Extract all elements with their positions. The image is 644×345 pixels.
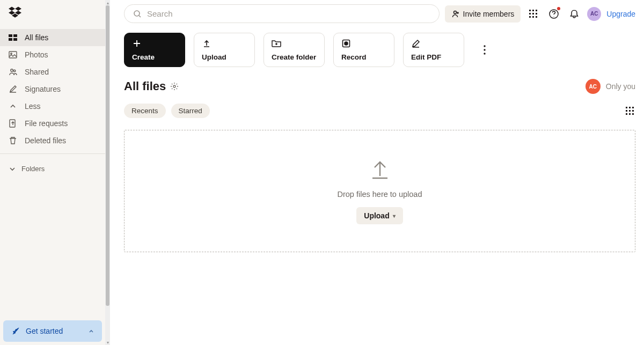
page-title: All files [124,79,179,93]
sidebar-item-file-requests[interactable]: File requests [0,115,105,132]
filter-row: Recents Starred [124,104,635,118]
svg-rect-29 [629,107,631,108]
sidebar-section-folders[interactable]: Folders [0,158,105,176]
divider [0,153,105,154]
sidebar-item-label: All files [25,33,48,42]
chevron-down-icon: ▾ [393,213,396,219]
edit-pdf-button[interactable]: Edit PDF [403,33,464,67]
svg-point-11 [453,11,456,13]
svg-rect-18 [529,16,531,18]
create-folder-button[interactable]: Create folder [264,33,325,67]
chevron-up-icon [9,102,17,111]
signature-icon [9,85,17,93]
grid-view-icon [625,106,635,116]
help-button[interactable] [546,6,561,21]
file-request-icon [9,119,17,128]
sidebar-nav: All files Photos Shared Signatures Less … [0,23,105,149]
tile-label: Upload [202,53,247,61]
owner-avatar[interactable]: AC [586,79,601,94]
record-button[interactable]: Record [333,33,394,67]
upload-dropzone[interactable]: Drop files here to upload Upload ▾ [124,130,635,252]
sidebar-item-shared[interactable]: Shared [0,63,105,80]
notifications-button[interactable] [567,6,582,21]
svg-rect-13 [532,10,534,11]
svg-rect-20 [536,16,537,18]
trash-icon [9,136,17,145]
svg-point-7 [13,70,16,72]
filter-recents[interactable]: Recents [124,104,166,118]
tile-label: Create folder [272,53,317,61]
get-started-label: Get started [26,327,63,335]
rocket-icon [11,327,19,335]
tile-label: Record [341,53,386,61]
search-input-wrapper[interactable] [124,4,440,23]
sidebar-item-label: Shared [25,68,49,76]
svg-point-9 [16,329,17,331]
record-icon [341,39,351,48]
svg-rect-28 [626,107,627,108]
svg-rect-35 [629,113,631,115]
view-toggle-button[interactable] [625,106,635,116]
sidebar-item-less[interactable]: Less [0,98,105,115]
upload-arrow-icon [368,158,392,181]
folders-label: Folders [21,165,45,173]
invite-members-button[interactable]: Invite members [445,5,521,23]
svg-rect-19 [532,16,534,18]
svg-rect-3 [13,38,17,41]
only-you-label: Only you [606,82,635,91]
dropbox-logo[interactable] [0,0,105,23]
sharing-info: AC Only you [586,79,635,94]
shared-icon [9,68,17,76]
folder-settings-button[interactable] [170,82,179,91]
svg-rect-14 [536,10,537,11]
action-tiles: Create Upload Create folder Record Edit … [124,33,635,67]
files-icon [9,33,17,42]
tile-label: Create [132,53,177,61]
svg-point-26 [484,53,485,54]
dropzone-upload-button[interactable]: Upload ▾ [356,207,402,224]
main: Invite members AC Upgrade Create [106,0,644,345]
svg-point-23 [345,42,348,45]
get-started-panel[interactable]: Get started [3,320,102,342]
svg-rect-30 [632,107,634,108]
more-actions-button[interactable] [477,42,492,57]
upgrade-link[interactable]: Upgrade [606,10,635,18]
svg-rect-36 [632,113,634,115]
svg-point-24 [484,45,485,47]
person-add-icon [451,10,460,18]
upload-button-label: Upload [364,211,389,220]
sidebar-item-label: File requests [25,119,68,128]
photo-icon [9,50,17,59]
svg-point-5 [11,53,12,54]
sidebar-item-all-files[interactable]: All files [0,29,105,46]
apps-grid-icon [529,9,538,19]
svg-point-6 [11,69,13,71]
svg-rect-33 [632,110,634,112]
apps-button[interactable] [526,6,541,21]
invite-label: Invite members [463,10,515,18]
svg-rect-0 [9,34,12,37]
chevron-down-icon [9,165,16,173]
chevron-up-icon [88,328,94,334]
svg-point-25 [484,49,485,50]
svg-rect-4 [9,52,17,58]
sidebar-item-signatures[interactable]: Signatures [0,80,105,98]
sidebar-item-deleted-files[interactable]: Deleted files [0,132,105,149]
upload-icon [202,39,211,48]
sidebar-item-label: Photos [25,50,48,59]
upload-button[interactable]: Upload [194,33,255,67]
help-icon [548,9,559,19]
notification-dot [557,7,560,10]
sidebar-item-photos[interactable]: Photos [0,46,105,63]
create-button[interactable]: Create [124,33,185,67]
gear-icon [170,82,179,91]
search-icon [133,10,142,18]
svg-rect-12 [529,10,531,11]
topbar: Invite members AC Upgrade [124,2,635,23]
filter-starred[interactable]: Starred [171,104,210,118]
folder-plus-icon [272,39,281,48]
search-input[interactable] [147,9,430,18]
heading-row: All files AC Only you [124,79,635,94]
sidebar-item-label: Deleted files [25,136,66,145]
user-avatar[interactable]: AC [587,7,601,21]
